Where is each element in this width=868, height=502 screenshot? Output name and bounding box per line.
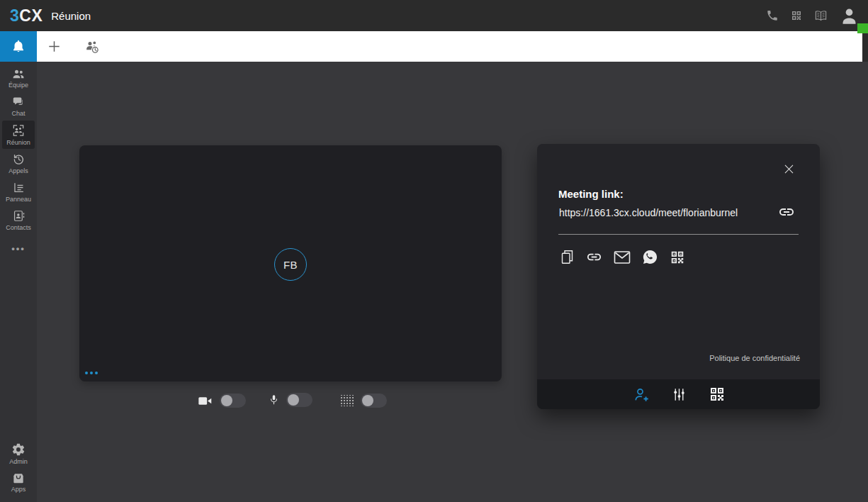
microphone-icon xyxy=(269,391,279,408)
add-person-icon[interactable] xyxy=(632,386,650,403)
avatar-initials: FB xyxy=(283,259,298,271)
topbar-actions xyxy=(766,6,868,26)
sidebar-item-label: Réunion xyxy=(6,139,30,146)
sidebar-item-label: Admin xyxy=(9,458,28,465)
3cx-logo: 3CX xyxy=(10,6,43,26)
add-tab-button[interactable] xyxy=(37,31,71,62)
camera-icon xyxy=(198,395,213,407)
camera-toggle-group xyxy=(198,394,246,408)
sidebar-item-label: Contacts xyxy=(6,224,31,231)
chat-icon xyxy=(12,96,26,108)
tabbar-right-edge xyxy=(862,31,868,62)
status-badge xyxy=(857,23,868,33)
avatar-icon[interactable] xyxy=(840,6,859,26)
close-icon[interactable] xyxy=(782,162,796,176)
sidebar-item-contacts[interactable]: Contacts xyxy=(0,206,37,234)
meeting-share-panel: Meeting link: https://1661.3cx.cloud/mee… xyxy=(537,144,820,409)
blur-toggle-group xyxy=(341,394,387,408)
microphone-toggle-group xyxy=(269,391,312,408)
logo-3: 3 xyxy=(10,6,19,26)
top-app-bar: 3CX Réunion xyxy=(0,0,868,31)
add-tab-icon xyxy=(46,38,62,55)
contacts-icon xyxy=(12,209,26,223)
divider xyxy=(558,234,799,235)
meeting-link-label: Meeting link: xyxy=(558,188,624,200)
sidebar-item-label: Apps xyxy=(11,486,26,493)
settings-sliders-icon[interactable] xyxy=(671,386,687,403)
scheduled-meeting-button[interactable] xyxy=(75,31,109,62)
team-icon xyxy=(11,68,26,80)
sidebar-item-chat[interactable]: Chat xyxy=(0,92,37,121)
left-navigation-rail: Équipe Chat Réunion Appels Panneau Conta… xyxy=(0,62,37,502)
sidebar-item-equipe[interactable]: Équipe xyxy=(0,64,37,92)
background-blur-icon xyxy=(341,395,354,406)
scheduled-meeting-icon xyxy=(84,38,101,55)
sidebar-item-label: Panneau xyxy=(6,196,31,203)
toggle-knob xyxy=(221,395,232,406)
meeting-link-url[interactable]: https://1661.3cx.cloud/meet/florianburne… xyxy=(559,207,738,218)
ellipsis-icon: ••• xyxy=(11,243,26,254)
gear-icon xyxy=(11,442,26,457)
privacy-policy-link[interactable]: Politique de confidentialité xyxy=(709,354,800,362)
sidebar-item-admin[interactable]: Admin xyxy=(0,440,37,468)
sidebar-item-label: Appels xyxy=(9,167,28,174)
sidebar-item-reunion[interactable]: Réunion xyxy=(2,121,35,149)
phone-icon[interactable] xyxy=(766,9,779,22)
logo-cx: CX xyxy=(19,6,43,26)
avatar-initials-circle: FB xyxy=(274,248,307,281)
email-icon[interactable] xyxy=(614,250,631,264)
wallboard-icon xyxy=(12,181,26,194)
qr-code-icon[interactable] xyxy=(670,250,685,265)
sidebar-item-appels[interactable]: Appels xyxy=(0,149,37,177)
camera-toggle[interactable] xyxy=(220,394,246,408)
share-panel-footer xyxy=(537,379,820,409)
whatsapp-icon[interactable] xyxy=(642,249,658,265)
video-overflow-menu[interactable] xyxy=(85,372,98,374)
contacts-book-icon[interactable] xyxy=(814,9,828,23)
share-options-row xyxy=(560,249,685,265)
page-title: Réunion xyxy=(51,10,91,22)
link-icon[interactable] xyxy=(778,203,795,221)
sidebar-item-label: Équipe xyxy=(9,82,28,89)
call-history-icon xyxy=(12,152,26,166)
link-icon[interactable] xyxy=(586,249,602,265)
tab-strip xyxy=(0,31,868,62)
meeting-icon xyxy=(11,123,26,138)
sidebar-item-panneau[interactable]: Panneau xyxy=(0,177,37,206)
background-blur-toggle[interactable] xyxy=(361,394,387,408)
toggle-knob xyxy=(288,394,299,406)
video-preview-tile: FB xyxy=(79,145,502,381)
apps-box-icon xyxy=(11,472,26,484)
sidebar-more-button[interactable]: ••• xyxy=(0,234,37,262)
tab-notifications[interactable] xyxy=(0,31,37,62)
main-content: FB Meeting link: https://1661.3cx.cloud/… xyxy=(37,62,868,502)
dialpad-qr-icon[interactable] xyxy=(791,10,802,21)
qr-code-icon[interactable] xyxy=(709,386,726,403)
copy-icon[interactable] xyxy=(560,249,575,265)
microphone-toggle[interactable] xyxy=(286,393,312,407)
sidebar-item-label: Chat xyxy=(11,110,25,117)
bell-icon xyxy=(11,39,26,55)
sidebar-item-apps[interactable]: Apps xyxy=(0,468,37,496)
toggle-knob xyxy=(362,395,373,406)
